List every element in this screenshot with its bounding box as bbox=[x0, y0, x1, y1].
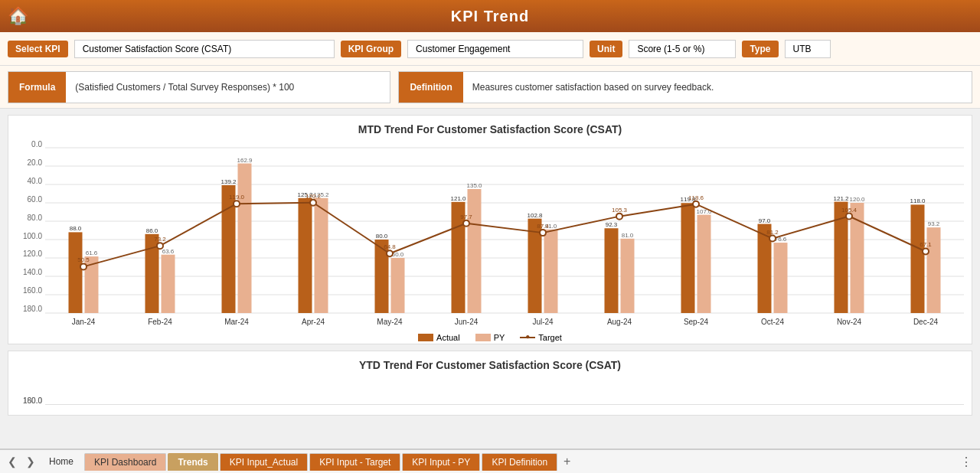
ytd-y-label-180: 180.0 bbox=[16, 396, 45, 405]
svg-rect-67 bbox=[927, 227, 941, 313]
svg-text:Jul-24: Jul-24 bbox=[532, 318, 554, 326]
svg-point-89 bbox=[387, 250, 393, 256]
svg-text:Jun-24: Jun-24 bbox=[455, 318, 479, 326]
tab-kpi-definition[interactable]: KPI Definition bbox=[482, 453, 557, 471]
svg-text:92.3: 92.3 bbox=[606, 221, 618, 228]
svg-text:Nov-24: Nov-24 bbox=[837, 318, 862, 326]
legend-py-color bbox=[475, 334, 491, 341]
svg-rect-22 bbox=[238, 164, 252, 313]
svg-rect-17 bbox=[162, 255, 175, 313]
definition-section: Definition Measures customer satisfactio… bbox=[398, 71, 972, 103]
svg-text:118.6: 118.6 bbox=[688, 194, 704, 201]
svg-rect-42 bbox=[544, 230, 558, 313]
svg-text:105.4: 105.4 bbox=[841, 207, 858, 214]
svg-text:80.0: 80.0 bbox=[376, 233, 388, 240]
svg-text:Sep-24: Sep-24 bbox=[684, 318, 709, 326]
formula-text: (Satisfied Customers / Total Survey Resp… bbox=[66, 82, 303, 93]
type-label: Type bbox=[742, 41, 778, 57]
svg-text:120.2: 120.2 bbox=[305, 193, 322, 200]
svg-rect-37 bbox=[468, 189, 482, 313]
tab-kpi-input-actual[interactable]: KPI Input_Actual bbox=[220, 453, 308, 471]
select-kpi-label: Select KPI bbox=[8, 41, 68, 57]
tab-home[interactable]: Home bbox=[40, 453, 83, 470]
svg-text:87.4: 87.4 bbox=[537, 223, 549, 230]
bottom-tabs: ❮ ❯ Home KPI Dashboard Trends KPI Input_… bbox=[0, 449, 980, 473]
svg-rect-25 bbox=[299, 198, 312, 313]
definition-label: Definition bbox=[399, 72, 462, 103]
svg-rect-27 bbox=[315, 198, 328, 313]
svg-text:107.0: 107.0 bbox=[696, 208, 712, 215]
svg-text:Aug-24: Aug-24 bbox=[607, 318, 632, 326]
type-value[interactable]: UTB bbox=[785, 40, 831, 58]
chart-body: 88.061.6Jan-2486.063.6Feb-24139.2162.9Ma… bbox=[45, 140, 964, 330]
svg-text:88.0: 88.0 bbox=[70, 225, 82, 232]
svg-text:Jan-24: Jan-24 bbox=[72, 318, 96, 326]
svg-rect-45 bbox=[605, 228, 619, 313]
svg-text:121.0: 121.0 bbox=[450, 195, 466, 202]
top-bar: Select KPI Customer Satisfaction Score (… bbox=[0, 32, 980, 66]
svg-text:93.2: 93.2 bbox=[928, 220, 940, 227]
svg-text:63.6: 63.6 bbox=[162, 248, 175, 255]
tab-next-arrow[interactable]: ❯ bbox=[21, 455, 40, 468]
svg-text:61.6: 61.6 bbox=[86, 250, 98, 256]
tab-add-button[interactable]: + bbox=[559, 455, 575, 468]
chart-svg: 88.061.6Jan-2486.063.6Feb-24139.2162.9Ma… bbox=[45, 140, 964, 330]
svg-point-83 bbox=[157, 243, 163, 249]
tab-kpi-input-target[interactable]: KPI Input - Target bbox=[309, 453, 400, 471]
svg-text:86.0: 86.0 bbox=[146, 227, 158, 234]
svg-rect-57 bbox=[774, 243, 788, 313]
svg-text:162.9: 162.9 bbox=[237, 157, 253, 164]
tab-prev-arrow[interactable]: ❮ bbox=[3, 455, 21, 468]
svg-point-85 bbox=[234, 201, 240, 207]
svg-point-103 bbox=[923, 248, 929, 254]
svg-text:73.2: 73.2 bbox=[154, 236, 166, 243]
kpi-group-value[interactable]: Customer Engagement bbox=[407, 40, 583, 58]
svg-text:97.0: 97.0 bbox=[759, 217, 771, 224]
svg-point-87 bbox=[310, 200, 316, 206]
svg-text:139.2: 139.2 bbox=[220, 178, 237, 185]
svg-point-101 bbox=[846, 214, 852, 220]
header: 🏠 KPI Trend bbox=[0, 0, 980, 32]
svg-rect-10 bbox=[69, 232, 83, 313]
kpi-value[interactable]: Customer Satisfaction Score (CSAT) bbox=[74, 40, 335, 58]
svg-text:102.8: 102.8 bbox=[527, 212, 543, 219]
svg-point-95 bbox=[616, 214, 622, 220]
tab-trends[interactable]: Trends bbox=[168, 453, 217, 471]
ytd-chart: YTD Trend For Customer Satisfaction Scor… bbox=[8, 351, 972, 416]
svg-text:64.8: 64.8 bbox=[384, 243, 396, 250]
svg-text:May-24: May-24 bbox=[377, 318, 403, 326]
svg-text:119.0: 119.0 bbox=[229, 194, 245, 201]
kpi-group-label: KPI Group bbox=[341, 41, 401, 57]
tab-kpi-input-py[interactable]: KPI Input - PY bbox=[402, 453, 480, 471]
unit-value[interactable]: Score (1-5 or %) bbox=[629, 40, 736, 58]
svg-text:105.3: 105.3 bbox=[612, 207, 628, 214]
tab-kpi-dashboard[interactable]: KPI Dashboard bbox=[84, 453, 166, 471]
svg-text:97.7: 97.7 bbox=[460, 214, 472, 220]
legend-py: PY bbox=[475, 333, 505, 342]
svg-text:135.0: 135.0 bbox=[466, 182, 482, 189]
legend-py-label: PY bbox=[494, 333, 505, 342]
mtd-chart: MTD Trend For Customer Satisfaction Scor… bbox=[8, 115, 972, 344]
legend-actual-color bbox=[418, 334, 433, 341]
legend-target-line bbox=[520, 337, 535, 338]
chart-legend: Actual PY Target bbox=[16, 333, 964, 342]
mtd-chart-container: 180.0 160.0 140.0 120.0 100.0 80.0 60.0 … bbox=[16, 140, 964, 330]
legend-target-label: Target bbox=[538, 333, 562, 342]
svg-rect-50 bbox=[681, 203, 695, 313]
svg-text:67.1: 67.1 bbox=[920, 241, 932, 248]
svg-point-97 bbox=[693, 201, 699, 207]
svg-point-81 bbox=[80, 263, 87, 269]
svg-text:81.2: 81.2 bbox=[766, 229, 779, 236]
legend-target: Target bbox=[520, 333, 562, 342]
svg-text:118.0: 118.0 bbox=[910, 197, 926, 204]
formula-label: Formula bbox=[8, 72, 66, 103]
svg-rect-65 bbox=[911, 204, 925, 313]
svg-point-93 bbox=[540, 230, 546, 236]
formula-section: Formula (Satisfied Customers / Total Sur… bbox=[8, 71, 390, 103]
svg-rect-47 bbox=[621, 239, 635, 313]
ytd-chart-title: YTD Trend For Customer Satisfaction Scor… bbox=[16, 359, 964, 371]
home-icon[interactable]: 🏠 bbox=[8, 6, 28, 26]
svg-text:Dec-24: Dec-24 bbox=[913, 318, 939, 326]
mtd-chart-title: MTD Trend For Customer Satisfaction Scor… bbox=[16, 123, 964, 135]
tab-more-button[interactable]: ⋮ bbox=[956, 455, 977, 469]
